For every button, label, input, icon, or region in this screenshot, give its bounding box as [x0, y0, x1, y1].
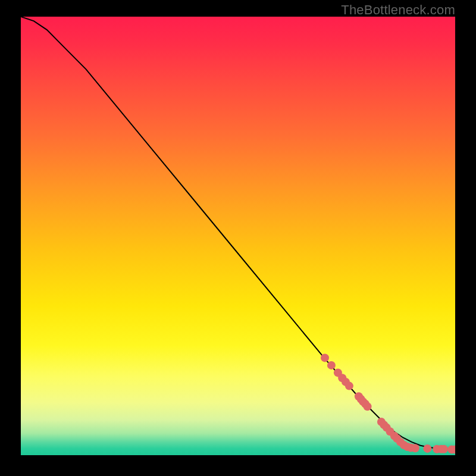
chart-stage: TheBottleneck.com: [0, 0, 476, 476]
data-point: [364, 402, 372, 411]
highlighted-points: [321, 353, 455, 453]
data-point: [440, 445, 448, 453]
credit-label: TheBottleneck.com: [341, 2, 455, 18]
bottleneck-curve: [21, 17, 455, 449]
data-point: [327, 361, 336, 369]
data-point: [321, 353, 329, 362]
plot-area: [21, 17, 455, 455]
data-point: [423, 444, 431, 453]
chart-overlay: [21, 17, 455, 455]
data-point: [411, 444, 419, 452]
data-point: [345, 382, 353, 390]
